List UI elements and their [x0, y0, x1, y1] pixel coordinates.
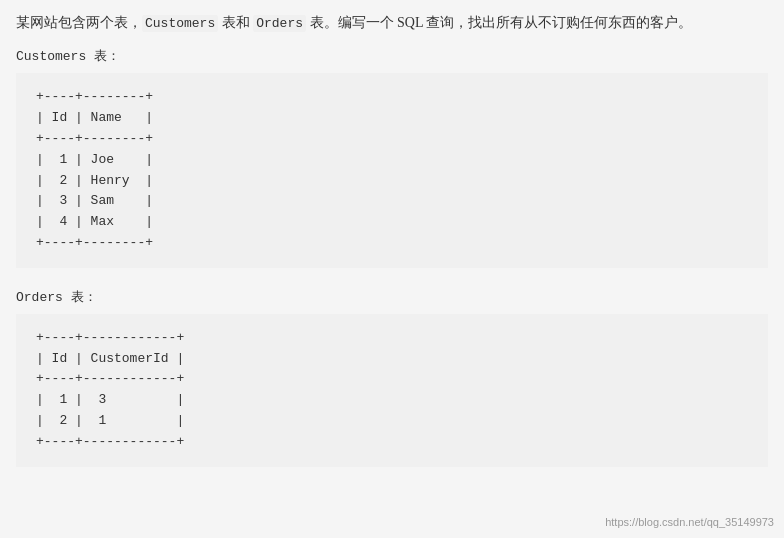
customers-inline-code: Customers — [142, 15, 218, 32]
intro-text-part2: 表和 — [218, 15, 253, 30]
intro-text-part3: 表。编写一个 SQL 查询，找出所有从不订购任何东西的客户。 — [306, 15, 692, 30]
customers-label: Customers 表： — [16, 47, 768, 65]
orders-inline-code: Orders — [253, 15, 306, 32]
orders-table-code: +----+------------+ | Id | CustomerId | … — [16, 314, 768, 467]
orders-label: Orders 表： — [16, 288, 768, 306]
customers-table-code: +----+--------+ | Id | Name | +----+----… — [16, 73, 768, 267]
customers-section: Customers 表： +----+--------+ | Id | Name… — [16, 47, 768, 267]
intro-text-part1: 某网站包含两个表， — [16, 15, 142, 30]
orders-section: Orders 表： +----+------------+ | Id | Cus… — [16, 288, 768, 467]
watermark-text: https://blog.csdn.net/qq_35149973 — [605, 516, 774, 528]
intro-paragraph: 某网站包含两个表，Customers 表和 Orders 表。编写一个 SQL … — [16, 10, 768, 35]
